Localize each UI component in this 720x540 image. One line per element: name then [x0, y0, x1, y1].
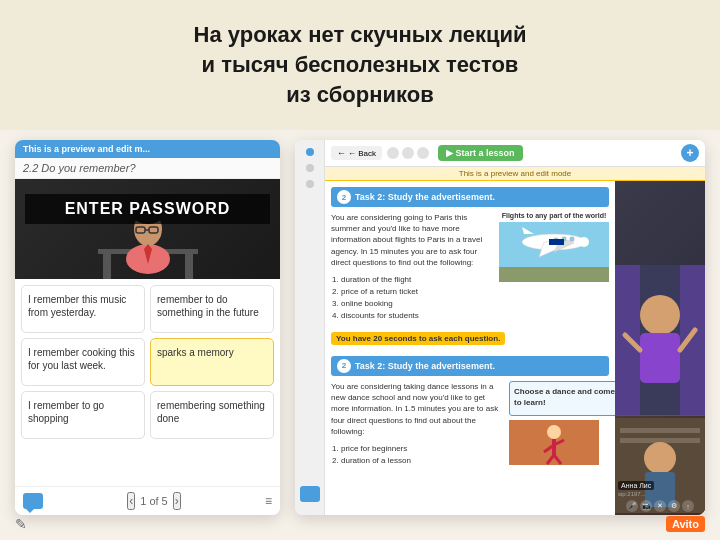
- task1-item-3: online booking: [341, 298, 494, 310]
- task1-label: Task 2: Study the advertisement.: [355, 192, 495, 202]
- nav-dots: [387, 147, 429, 159]
- task2-text-col: You are considering taking dance lessons…: [331, 381, 504, 473]
- pencil-icon[interactable]: ✎: [15, 516, 27, 532]
- svg-point-22: [547, 425, 561, 439]
- nav-circle-1: [387, 147, 399, 159]
- back-button[interactable]: ← ← Back: [331, 146, 382, 160]
- task1-intro: You are considering going to Paris this …: [331, 212, 494, 268]
- task1-list: duration of the flight price of a return…: [331, 274, 494, 322]
- password-overlay: ENTER PASSWORD: [25, 194, 270, 224]
- svg-rect-11: [499, 267, 609, 282]
- ctrl-btn-2[interactable]: 📷: [640, 500, 652, 512]
- dance-svg: [509, 420, 599, 465]
- task2-header: 2 Task 2: Study the advertisement.: [331, 356, 609, 376]
- lesson-top-bar: This is a preview and edit m...: [15, 140, 280, 158]
- video-chat-panel: Анна Лис 🎤 📷 ✕ ⚙ ↑ sip:2197...: [615, 181, 705, 515]
- svg-rect-30: [640, 333, 680, 383]
- task2-right-col: Choose a dance and come to learn!: [509, 381, 609, 473]
- task2-item-1: price for beginners: [341, 443, 504, 455]
- task2-number: 2: [337, 359, 351, 373]
- task1-item-2: price of a return ticket: [341, 286, 494, 298]
- task2-list: price for beginners duration of a lesson: [331, 443, 504, 467]
- card-4-sparks-memory[interactable]: sparks a memory: [150, 338, 274, 386]
- sip-info: sip:2197...: [618, 491, 646, 497]
- task2-content-row: You are considering taking dance lessons…: [331, 381, 609, 473]
- task2-item-2: duration of a lesson: [341, 455, 504, 467]
- sidebar-dot-2[interactable]: [306, 164, 314, 172]
- prev-page-button[interactable]: ‹: [127, 492, 135, 510]
- svg-point-13: [579, 237, 589, 247]
- right-main: ← ← Back ▶ Start a lesson + This is a pr…: [325, 140, 705, 515]
- task2-label: Task 2: Study the advertisement.: [355, 361, 495, 371]
- flight-destination: Flights to any part of the world!: [499, 212, 609, 219]
- svg-rect-19: [570, 237, 574, 241]
- task1-item-4: discounts for students: [341, 310, 494, 322]
- svg-rect-32: [680, 265, 705, 415]
- sidebar-dot-3[interactable]: [306, 180, 314, 188]
- task2-section: 2 Task 2: Study the advertisement. You a…: [331, 356, 609, 473]
- video-name-tag: Анна Лис: [618, 481, 654, 490]
- svg-rect-2: [185, 254, 193, 279]
- card-2[interactable]: remember to do something in the future: [150, 285, 274, 333]
- heading-area: На уроках нет скучных лекций и тысяч бес…: [0, 0, 720, 130]
- ctrl-btn-1[interactable]: 🎤: [626, 500, 638, 512]
- heading-line2: и тысяч бесполезных тестов: [202, 52, 519, 77]
- svg-point-39: [644, 442, 676, 474]
- page-indicator: ‹ 1 of 5 ›: [127, 492, 181, 510]
- video-controls: 🎤 📷 ✕ ⚙ ↑: [617, 500, 703, 512]
- left-panel: This is a preview and edit m... 2.2 Do y…: [15, 140, 280, 515]
- card-5[interactable]: I remember to go shopping: [21, 391, 145, 439]
- timer-badge: You have 20 seconds to ask each question…: [331, 332, 505, 345]
- avito-watermark: Avito: [666, 516, 705, 532]
- next-page-button[interactable]: ›: [173, 492, 181, 510]
- choose-dance-title: Choose a dance and come to learn!: [514, 386, 615, 408]
- lesson-content: 2 Task 2: Study the advertisement. You a…: [325, 181, 615, 515]
- main-heading: На уроках нет скучных лекций и тысяч бес…: [194, 20, 527, 109]
- lesson-top-bar-text: This is a preview and edit m...: [23, 144, 150, 154]
- add-button[interactable]: +: [681, 144, 699, 162]
- ctrl-btn-3[interactable]: ✕: [654, 500, 666, 512]
- menu-icon[interactable]: ≡: [265, 494, 272, 508]
- airplane-svg: [499, 222, 609, 282]
- task1-number: 2: [337, 190, 351, 204]
- password-text: ENTER PASSWORD: [65, 200, 231, 217]
- video-top: [615, 181, 705, 415]
- nav-circle-2: [402, 147, 414, 159]
- back-arrow-icon: ←: [337, 148, 346, 158]
- right-content: 2 Task 2: Study the advertisement. You a…: [325, 181, 705, 515]
- choose-dance-box: Choose a dance and come to learn!: [509, 381, 615, 416]
- task1-item-1: duration of the flight: [341, 274, 494, 286]
- start-lesson-button[interactable]: ▶ Start a lesson: [438, 145, 523, 161]
- svg-point-29: [640, 295, 680, 335]
- ctrl-btn-4[interactable]: ⚙: [668, 500, 680, 512]
- card-6[interactable]: remembering something done: [150, 391, 274, 439]
- sidebar-dot-1[interactable]: [306, 148, 314, 156]
- cards-grid: I remember this music from yesterday. re…: [15, 279, 280, 445]
- page-number: 1 of 5: [140, 495, 168, 507]
- right-top-bar: ← ← Back ▶ Start a lesson +: [325, 140, 705, 167]
- lesson-subtitle: 2.2 Do you remember?: [15, 158, 280, 179]
- plus-icon: +: [686, 146, 693, 160]
- card-1[interactable]: I remember this music from yesterday.: [21, 285, 145, 333]
- task1-content-row: You are considering going to Paris this …: [331, 212, 609, 328]
- flight-text-col: You are considering going to Paris this …: [331, 212, 494, 328]
- heading-line3: из сборников: [286, 82, 433, 107]
- right-panel: ← ← Back ▶ Start a lesson + This is a pr…: [295, 140, 705, 515]
- video-area: ENTER PASSWORD: [15, 179, 280, 279]
- right-sidebar: [295, 140, 325, 515]
- chat-bubble-icon[interactable]: [23, 493, 43, 509]
- nav-circle-3: [417, 147, 429, 159]
- ctrl-btn-5[interactable]: ↑: [682, 500, 694, 512]
- video-bottom: Анна Лис 🎤 📷 ✕ ⚙ ↑: [615, 415, 705, 515]
- preview-bar: This is a preview and edit mode: [325, 167, 705, 181]
- heading-line1: На уроках нет скучных лекций: [194, 22, 527, 47]
- task1-header: 2 Task 2: Study the advertisement.: [331, 187, 609, 207]
- svg-rect-37: [620, 428, 700, 433]
- bottom-toolbar: ✎: [15, 516, 27, 532]
- sidebar-chat-icon[interactable]: [300, 486, 320, 502]
- avito-logo: Avito: [666, 516, 705, 532]
- svg-rect-20: [549, 239, 564, 245]
- svg-rect-1: [103, 254, 111, 279]
- teacher-video-svg: [615, 265, 705, 415]
- card-3[interactable]: I remember cooking this for you last wee…: [21, 338, 145, 386]
